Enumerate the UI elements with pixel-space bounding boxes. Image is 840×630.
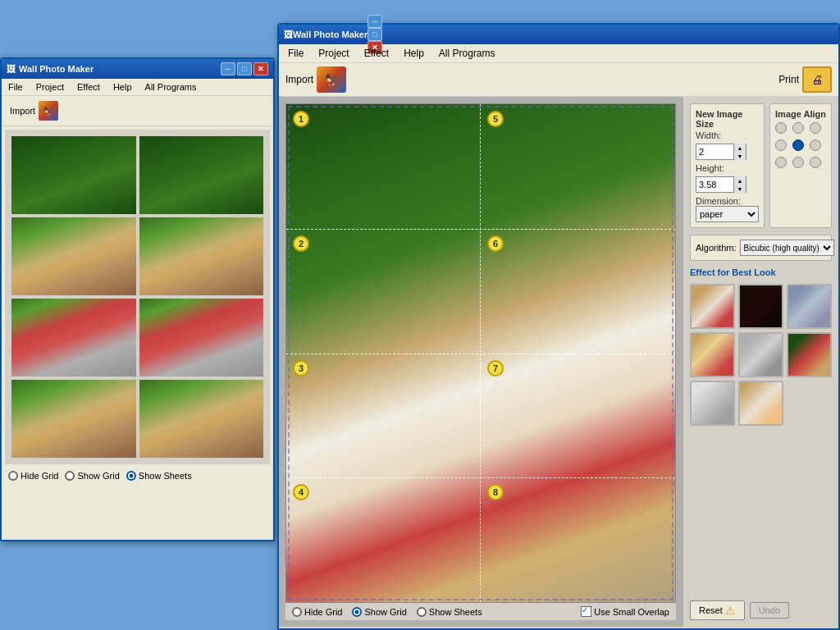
effect-1[interactable] [690,284,735,329]
bg-close-button[interactable]: ✕ [253,62,268,75]
effect-3[interactable] [787,284,832,329]
width-up-button[interactable]: ▲ [734,144,746,152]
image-align-section: Image Align [769,103,832,228]
bg-menu-effect[interactable]: Effect [74,80,103,94]
bg-cell-4 [139,217,264,295]
height-spinner[interactable]: ▲ ▼ [696,176,746,193]
align-br[interactable] [810,157,821,168]
image-size-section: New Image Size Width: ▲ ▼ [690,103,765,228]
effect-4[interactable] [690,332,735,377]
effect-2-img [740,285,782,327]
bg-maximize-button[interactable]: □ [237,62,252,75]
bg-show-grid-label: Show Grid [77,471,119,481]
show-sheets-label: Show Sheets [429,607,482,617]
main-print-button[interactable]: Print 🖨 [778,66,832,93]
bg-import-label: Import [10,106,35,116]
width-input[interactable] [696,144,733,159]
height-input[interactable] [696,177,733,192]
effect-8[interactable] [738,381,783,426]
align-tr[interactable] [810,122,821,134]
show-sheets-radio[interactable] [417,607,427,617]
algo-select[interactable]: Bicubic (high quality) [740,240,834,256]
undo-button[interactable]: Undo [750,602,789,619]
bg-menu-file[interactable]: File [5,80,26,94]
use-overlap-checkbox[interactable] [581,606,591,617]
width-down-button[interactable]: ▼ [734,152,746,160]
bottom-buttons: Reset ⚠ Undo [690,597,832,620]
cell-num-5: 5 [487,111,504,127]
hide-grid-option[interactable]: Hide Grid [292,607,342,617]
main-import-button[interactable]: Import 🦅 [285,66,346,93]
main-title-bar: 🖼 Wall Photo Maker ─ □ ✕ [279,25,838,44]
align-grid [775,122,826,171]
bg-show-grid-option[interactable]: Show Grid [65,471,119,481]
align-mc[interactable] [792,139,804,151]
grid-h2 [286,354,675,354]
bg-cell-2 [139,136,264,214]
effect-5[interactable] [738,332,783,377]
warning-icon: ⚠ [725,604,736,617]
bg-menu-project[interactable]: Project [33,80,67,94]
height-down-button[interactable]: ▼ [734,185,746,193]
effect-2[interactable] [738,284,783,329]
bg-menu-help[interactable]: Help [110,80,135,94]
main-maximize-button[interactable]: □ [368,28,382,41]
main-import-icon: 🦅 [317,66,346,93]
bg-import-button[interactable]: Import 🦅 [5,99,63,122]
bg-hide-grid-radio[interactable] [8,471,18,481]
effect-3-img [788,285,830,327]
grid-h1 [286,229,675,230]
main-menu-effect[interactable]: Effect [360,46,393,61]
bg-import-icon: 🦅 [39,101,58,121]
bg-preview-area [5,130,270,464]
main-minimize-button[interactable]: ─ [368,15,382,28]
reset-button[interactable]: Reset ⚠ [690,600,745,620]
cell-num-1: 1 [293,111,309,127]
bg-hide-grid-option[interactable]: Hide Grid [8,471,58,481]
show-grid-option[interactable]: Show Grid [352,607,406,617]
align-bc[interactable] [792,157,804,168]
bg-toolbar: Import 🦅 [2,96,273,126]
dimension-row: Dimension: [696,196,759,206]
main-menu-allprograms[interactable]: All Programs [435,46,500,61]
bg-menu-allprograms[interactable]: All Programs [142,80,200,94]
effect-7[interactable] [690,381,735,426]
effect-5-img [740,334,782,376]
bg-show-sheets-option[interactable]: Show Sheets [126,471,192,481]
bg-show-sheets-radio[interactable] [126,471,136,481]
algorithm-section: Algorithm: Bicubic (high quality) [690,235,832,261]
align-tl[interactable] [775,122,787,134]
hide-grid-radio[interactable] [292,607,302,617]
main-menu-help[interactable]: Help [399,46,428,61]
main-menu-file[interactable]: File [284,46,308,61]
height-up-button[interactable]: ▲ [734,176,746,185]
align-ml[interactable] [775,139,787,151]
show-sheets-option[interactable]: Show Sheets [417,607,482,617]
width-input-row: ▲ ▼ [696,144,759,160]
cell-num-6: 6 [487,235,504,252]
effect-1-img [692,285,733,327]
main-window-title: Wall Photo Maker [293,30,368,39]
effect-6[interactable] [787,332,832,377]
bg-minimize-button[interactable]: ─ [221,62,235,75]
main-window: 🖼 Wall Photo Maker ─ □ ✕ File Project Ef… [277,23,840,630]
align-tc[interactable] [792,122,804,134]
height-spinner-btns: ▲ ▼ [733,176,746,193]
bg-window-title: Wall Photo Maker [19,64,94,74]
dimension-select[interactable]: paper [696,206,759,222]
show-grid-radio[interactable] [352,607,362,617]
bg-cell-7 [11,380,136,458]
bg-show-grid-radio[interactable] [65,471,75,481]
image-align-label: Image Align [775,109,826,119]
main-menu-project[interactable]: Project [314,46,353,61]
background-window: 🖼 Wall Photo Maker ─ □ ✕ File Project Ef… [0,57,275,541]
bg-cell-1 [11,136,136,214]
undo-label: Undo [759,605,780,615]
align-mr[interactable] [810,139,821,151]
algo-label: Algorithm: [696,243,737,253]
width-spinner[interactable]: ▲ ▼ [696,144,746,160]
show-grid-label: Show Grid [364,607,406,617]
align-bl[interactable] [775,157,787,168]
height-row: Height: [696,163,759,173]
effect-6-img [788,334,830,376]
